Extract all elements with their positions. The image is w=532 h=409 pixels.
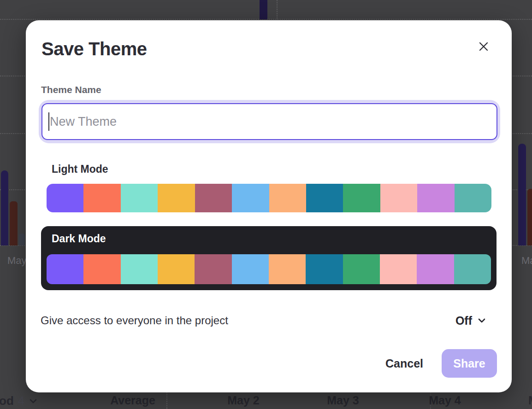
period-selector-label: od xyxy=(0,394,14,408)
color-swatch xyxy=(417,254,454,284)
light-mode-palette xyxy=(47,184,491,212)
chart-bar xyxy=(10,201,18,245)
chart-gridline-vertical xyxy=(277,0,278,19)
color-swatch xyxy=(158,254,195,284)
theme-name-focus-ring xyxy=(39,100,500,143)
chart-gridline-vertical xyxy=(166,391,167,409)
cancel-button[interactable]: Cancel xyxy=(385,357,423,370)
access-label: Give access to everyone in the project xyxy=(41,314,228,327)
chart-bar xyxy=(527,189,532,245)
share-button[interactable]: Share xyxy=(442,349,497,378)
save-theme-dialog: Save Theme Theme Name Light Mode Dark Mo… xyxy=(26,20,512,392)
chart-bar xyxy=(518,144,526,245)
color-swatch xyxy=(195,184,232,212)
chart-bar xyxy=(1,170,8,245)
axis-label: May 4 xyxy=(420,394,470,407)
color-swatch xyxy=(306,254,343,284)
color-swatch xyxy=(343,184,380,212)
color-swatch xyxy=(121,254,158,284)
color-swatch xyxy=(269,254,306,284)
color-swatch xyxy=(380,184,417,212)
chevron-down-icon xyxy=(29,397,38,406)
color-swatch xyxy=(306,184,343,212)
color-swatch xyxy=(47,254,83,284)
dark-mode-palette xyxy=(47,254,491,284)
axis-label-left: May xyxy=(7,255,27,267)
color-swatch xyxy=(83,254,120,284)
period-selector-number: 4 xyxy=(18,394,24,408)
color-swatch xyxy=(158,184,195,212)
access-row: Give access to everyone in the project O… xyxy=(41,310,487,331)
color-swatch xyxy=(232,254,269,284)
color-swatch xyxy=(195,254,231,284)
color-swatch xyxy=(343,254,380,284)
color-swatch xyxy=(121,184,158,212)
close-icon xyxy=(478,41,489,52)
color-swatch xyxy=(454,254,491,284)
color-swatch xyxy=(232,184,269,212)
axis-label: May 2 xyxy=(218,394,269,407)
color-swatch xyxy=(455,184,491,212)
period-selector: od4 xyxy=(0,394,38,408)
chart-bar xyxy=(260,0,267,19)
axis-label-right: Ma xyxy=(521,255,532,267)
dark-mode-label: Dark Mode xyxy=(52,233,106,245)
color-swatch xyxy=(269,184,306,212)
axis-label-partial: M xyxy=(528,394,532,407)
theme-name-label: Theme Name xyxy=(41,84,101,95)
access-dropdown-value: Off xyxy=(455,314,472,327)
color-swatch xyxy=(417,184,454,212)
axis-label: May 3 xyxy=(318,394,368,407)
text-caret xyxy=(48,112,49,131)
access-dropdown[interactable]: Off xyxy=(455,314,487,327)
dialog-title: Save Theme xyxy=(41,39,147,59)
color-swatch xyxy=(380,254,417,284)
chevron-down-icon xyxy=(477,316,487,326)
color-swatch xyxy=(47,184,83,212)
dark-mode-card: Dark Mode xyxy=(41,226,497,290)
chart-bar xyxy=(19,234,25,245)
dialog-actions: Cancel Share xyxy=(385,349,497,378)
light-mode-label: Light Mode xyxy=(52,163,108,175)
color-swatch xyxy=(83,184,120,212)
axis-label: Average xyxy=(107,394,158,407)
theme-name-input[interactable] xyxy=(41,103,497,140)
close-button[interactable] xyxy=(474,37,493,56)
